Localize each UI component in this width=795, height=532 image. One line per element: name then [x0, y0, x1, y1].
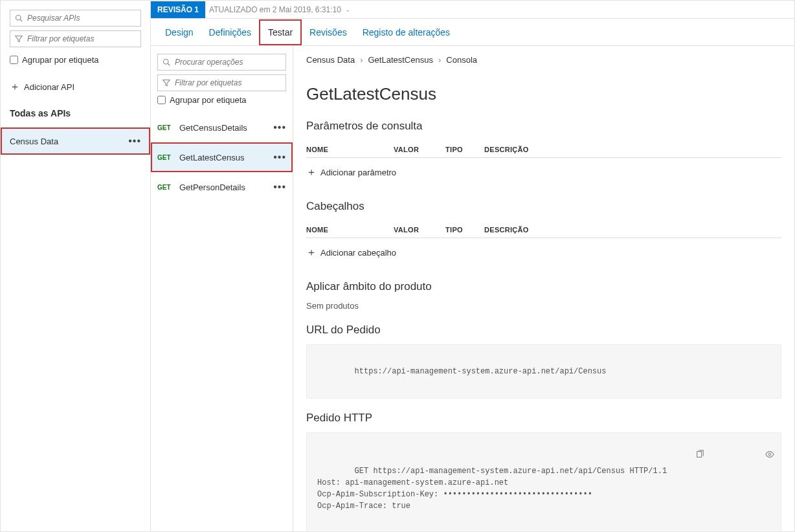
breadcrumb: Census Data › GetLatestCensus › Consola	[306, 55, 781, 65]
http-request-heading: Pedido HTTP	[306, 412, 781, 425]
breadcrumb-item: Consola	[446, 55, 477, 65]
query-params-heading: Parâmetros de consulta	[306, 120, 781, 133]
col-type: TIPO	[445, 146, 484, 153]
add-header-label: Adicionar cabeçalho	[320, 248, 396, 258]
group-by-tag-checkbox[interactable]	[10, 56, 18, 64]
col-name: NOME	[306, 226, 394, 234]
operation-name: GetLatestCensus	[179, 153, 244, 162]
api-item-census-data[interactable]: Census Data •••	[1, 127, 150, 155]
add-parameter-label: Adicionar parâmetro	[320, 168, 396, 177]
tab-definitions[interactable]: Definições	[201, 21, 259, 44]
http-method: GET	[157, 124, 179, 131]
svg-point-0	[16, 16, 21, 21]
ops-group-by-tag-checkbox[interactable]	[157, 96, 166, 104]
col-value: VALOR	[394, 146, 445, 153]
product-scope-heading: Aplicar âmbito do produto	[306, 280, 781, 293]
col-desc: DESCRIÇÃO	[484, 226, 781, 234]
chevron-right-icon: ›	[360, 55, 363, 65]
search-icon	[162, 58, 171, 67]
operation-name: GetCensusDetails	[179, 123, 247, 133]
plus-icon: ＋	[306, 246, 317, 260]
tab-revisions[interactable]: Revisões	[302, 21, 355, 44]
operation-item[interactable]: GET GetPersonDetails •••	[151, 172, 293, 202]
tab-changelog[interactable]: Registo de alterações	[355, 21, 458, 44]
detail-pane: Census Data › GetLatestCensus › Consola …	[293, 46, 794, 531]
ops-filter[interactable]	[157, 74, 286, 91]
ops-filter-input[interactable]	[175, 78, 282, 87]
revision-bar: REVISÃO 1 ATUALIZADO em 2 Mai 2019, 6:31…	[151, 1, 794, 19]
operations-panel: Agrupar por etiqueta GET GetCensusDetail…	[151, 46, 293, 531]
breadcrumb-item[interactable]: GetLatestCensus	[368, 55, 433, 65]
group-by-tag-label: Agrupar por etiqueta	[22, 55, 99, 65]
ops-group-by-tag-label: Agrupar por etiqueta	[170, 95, 247, 105]
no-products-text: Sem produtos	[306, 301, 781, 311]
api-item-label: Census Data	[10, 137, 58, 146]
tabs-bar: Design Definições Testar Revisões Regist…	[151, 19, 794, 46]
operation-title: GetLatestCensus	[306, 84, 781, 104]
revision-badge[interactable]: REVISÃO 1	[151, 1, 205, 18]
chevron-right-icon: ›	[438, 55, 441, 65]
col-desc: DESCRIÇÃO	[484, 146, 781, 153]
main-area: REVISÃO 1 ATUALIZADO em 2 Mai 2019, 6:31…	[151, 1, 794, 531]
svg-line-3	[168, 63, 170, 65]
operation-item[interactable]: GET GetCensusDetails •••	[151, 113, 293, 142]
ops-search-input[interactable]	[175, 58, 282, 67]
request-url-heading: URL do Pedido	[306, 324, 781, 337]
add-api-label: Adicionar API	[24, 82, 74, 92]
headers-header-row: NOME VALOR TIPO DESCRIÇÃO	[306, 221, 781, 238]
add-header-button[interactable]: ＋ Adicionar cabeçalho	[306, 238, 781, 267]
more-icon[interactable]: •••	[128, 135, 141, 147]
col-value: VALOR	[394, 226, 445, 234]
col-type: TIPO	[445, 226, 484, 234]
filter-icon	[14, 34, 23, 43]
more-icon[interactable]: •••	[273, 122, 286, 133]
plus-icon: ＋	[306, 166, 317, 179]
request-url-value: https://api-management-system.azure-api.…	[355, 367, 607, 376]
headers-heading: Cabeçalhos	[306, 200, 781, 213]
revision-updated[interactable]: ATUALIZADO em 2 Mai 2019, 6:31:10 ⌄	[205, 5, 350, 14]
tab-design[interactable]: Design	[157, 21, 201, 44]
svg-line-1	[20, 19, 22, 21]
filter-icon	[162, 78, 171, 87]
ops-search[interactable]	[157, 54, 286, 71]
operation-name: GetPersonDetails	[179, 183, 245, 192]
svg-point-2	[164, 60, 169, 65]
params-header-row: NOME VALOR TIPO DESCRIÇÃO	[306, 140, 781, 158]
more-icon[interactable]: •••	[273, 181, 286, 193]
all-apis-heading: Todas as APIs	[10, 108, 141, 118]
http-request-box: GET https://api-management-system.azure-…	[306, 432, 781, 531]
sidebar-group-by-tag[interactable]: Agrupar por etiqueta	[10, 55, 141, 65]
http-method: GET	[157, 184, 179, 191]
plus-icon: ＋	[10, 80, 20, 94]
http-request-text: GET https://api-management-system.azure-…	[317, 467, 667, 511]
chevron-down-icon: ⌄	[345, 6, 350, 13]
sidebar-search[interactable]	[10, 10, 141, 27]
copy-icon[interactable]	[639, 438, 704, 474]
tab-test[interactable]: Testar	[259, 19, 302, 45]
sidebar-filter[interactable]	[10, 30, 141, 47]
api-sidebar: Agrupar por etiqueta ＋ Adicionar API Tod…	[1, 1, 151, 531]
search-icon	[14, 14, 23, 23]
svg-point-5	[768, 453, 771, 456]
ops-group-by-tag[interactable]: Agrupar por etiqueta	[157, 95, 286, 105]
breadcrumb-item[interactable]: Census Data	[306, 55, 355, 65]
revision-updated-text: ATUALIZADO em 2 Mai 2019, 6:31:10	[209, 5, 341, 14]
operation-item[interactable]: GET GetLatestCensus •••	[151, 142, 293, 172]
more-icon[interactable]: •••	[273, 151, 286, 163]
eye-icon[interactable]	[710, 438, 774, 474]
svg-rect-4	[697, 452, 701, 458]
sidebar-filter-input[interactable]	[27, 34, 137, 43]
add-api-button[interactable]: ＋ Adicionar API	[10, 80, 141, 94]
http-method: GET	[157, 154, 179, 161]
request-url-box: https://api-management-system.azure-api.…	[306, 344, 781, 399]
add-parameter-button[interactable]: ＋ Adicionar parâmetro	[306, 158, 781, 187]
col-name: NOME	[306, 146, 394, 153]
sidebar-search-input[interactable]	[27, 14, 137, 23]
